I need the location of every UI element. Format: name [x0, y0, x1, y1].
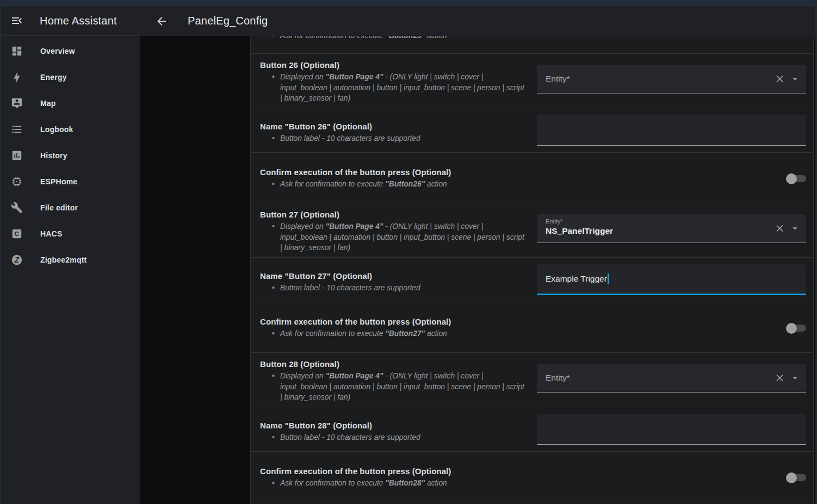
row-description: Ask for confirmation to execute "Button2…	[280, 478, 526, 489]
tooltip-account-icon	[11, 97, 23, 109]
row-title: Name "Button 27" (Optional)	[260, 271, 537, 281]
entity-placeholder: Entity*	[546, 373, 570, 383]
back-arrow-icon[interactable]	[155, 15, 168, 28]
entity-picker-button-26[interactable]: Entity*	[537, 65, 806, 94]
app-window: Home Assistant Overview Energy Map Logbo…	[0, 0, 817, 504]
config-form-panel: Ask for confirmation to execute "Button2…	[250, 36, 814, 504]
panel-bottom-divider	[251, 502, 813, 504]
row-description: Button label - 10 characters are support…	[280, 432, 526, 443]
row-text: Confirm execution of the button press (O…	[251, 452, 537, 502]
row-description: Displayed on "Button Page 4" - (ONLY lig…	[280, 221, 526, 253]
chip-icon	[11, 176, 23, 188]
format-list-bulleted-icon	[11, 123, 23, 135]
form-row-button-28: Button 28 (Optional) Displayed on "Butto…	[251, 352, 813, 407]
sidebar-item-label: Map	[40, 99, 56, 108]
close-icon[interactable]	[774, 73, 785, 85]
entity-value: NS_PanelTrigger	[546, 226, 613, 236]
row-control: Entity* NS_PanelTrigger	[537, 203, 813, 257]
row-description: Button label - 10 characters are support…	[280, 133, 526, 144]
text-caret	[608, 273, 609, 284]
sidebar-item-logbook[interactable]: Logbook	[1, 116, 140, 142]
row-title: Button 26 (Optional)	[260, 60, 537, 70]
name-input-button-28[interactable]	[537, 414, 806, 445]
svg-text:C: C	[15, 231, 19, 237]
view-dashboard-icon	[11, 45, 23, 57]
row-title: Button 28 (Optional)	[260, 359, 537, 369]
chevron-down-icon[interactable]	[789, 223, 801, 234]
toggle-thumb	[786, 472, 797, 483]
form-row-confirm-button-27: Confirm execution of the button press (O…	[251, 302, 813, 352]
row-control: Entity*	[537, 353, 813, 407]
form-row-confirm-button-26: Confirm execution of the button press (O…	[251, 152, 813, 203]
row-title: Confirm execution of the button press (O…	[260, 466, 537, 476]
name-input-button-27[interactable]: Example Trigger	[537, 264, 806, 295]
hacs-icon: C	[11, 228, 23, 240]
page-title: PanelEg_Config	[188, 15, 268, 27]
window-top-strip	[0, 0, 817, 6]
chart-box-icon	[11, 150, 23, 161]
entity-float-label: Entity*	[546, 218, 563, 225]
row-control	[537, 108, 813, 152]
row-description: Ask for confirmation to execute "Button2…	[280, 36, 526, 41]
row-title: Button 27 (Optional)	[260, 210, 537, 219]
row-text: Button 26 (Optional) Displayed on "Butto…	[251, 54, 537, 108]
sidebar-item-file-editor[interactable]: File editor	[1, 195, 140, 221]
row-title: Name "Button 26" (Optional)	[260, 122, 537, 131]
entity-picker-button-28[interactable]: Entity*	[537, 364, 806, 393]
input-value: Example Trigger	[546, 274, 607, 284]
toggle-thumb	[786, 323, 797, 334]
sidebar-item-zigbee2mqtt[interactable]: Z Zigbee2mqtt	[1, 247, 140, 273]
sidebar-item-label: ESPHome	[40, 177, 77, 186]
row-description: Displayed on "Button Page 4" - (ONLY lig…	[280, 72, 526, 104]
row-control	[537, 407, 813, 451]
sidebar-item-label: Zigbee2mqtt	[40, 256, 86, 264]
confirm-toggle-button-26[interactable]	[786, 172, 806, 185]
row-control	[537, 302, 813, 352]
svg-text:Z: Z	[14, 256, 20, 264]
row-text: Name "Button 28" (Optional) Button label…	[251, 407, 537, 451]
form-row-name-button-28: Name "Button 28" (Optional) Button label…	[251, 407, 813, 451]
sidebar-item-map[interactable]: Map	[1, 90, 140, 116]
sidebar-header: Home Assistant	[1, 6, 140, 36]
sidebar-item-hacs[interactable]: C HACS	[1, 221, 140, 247]
row-text: Button 27 (Optional) Displayed on "Butto…	[251, 203, 537, 257]
sidebar-item-energy[interactable]: Energy	[1, 64, 140, 90]
form-row-partial-button-25: Ask for confirmation to execute "Button2…	[251, 36, 813, 53]
app-title: Home Assistant	[40, 15, 117, 27]
name-input-button-26[interactable]	[537, 115, 806, 146]
sidebar-item-overview[interactable]: Overview	[1, 38, 140, 64]
close-icon[interactable]	[774, 223, 785, 234]
sidebar-item-label: File editor	[40, 203, 78, 212]
row-text: Name "Button 26" (Optional) Button label…	[251, 108, 537, 152]
row-text: Confirm execution of the button press (O…	[251, 153, 537, 203]
row-description: Displayed on "Button Page 4" - (ONLY lig…	[280, 371, 526, 403]
row-control: Entity*	[537, 54, 813, 108]
form-row-name-button-26: Name "Button 26" (Optional) Button label…	[251, 108, 813, 152]
row-text: Ask for confirmation to execute "Button2…	[251, 36, 813, 53]
sidebar-item-esphome[interactable]: ESPHome	[1, 169, 140, 195]
sidebar-item-label: Logbook	[40, 125, 73, 134]
close-icon[interactable]	[774, 372, 785, 384]
confirm-toggle-button-27[interactable]	[786, 322, 806, 335]
sidebar-item-label: History	[40, 151, 67, 160]
chevron-down-icon[interactable]	[789, 73, 801, 85]
entity-picker-button-27[interactable]: Entity* NS_PanelTrigger	[537, 214, 806, 243]
form-row-name-button-27: Name "Button 27" (Optional) Button label…	[251, 257, 813, 302]
sidebar-item-history[interactable]: History	[1, 142, 140, 169]
sidebar-item-label: HACS	[40, 229, 62, 238]
row-title: Confirm execution of the button press (O…	[260, 167, 537, 177]
sidebar-item-label: Energy	[40, 73, 67, 82]
row-description: Ask for confirmation to execute "Button2…	[280, 328, 526, 339]
entity-placeholder: Entity*	[546, 74, 570, 84]
row-title: Confirm execution of the button press (O…	[260, 317, 537, 326]
toggle-thumb	[786, 173, 797, 184]
row-title: Name "Button 28" (Optional)	[260, 421, 537, 430]
chevron-down-icon[interactable]	[789, 372, 801, 384]
lightning-bolt-icon	[11, 71, 23, 83]
confirm-toggle-button-28[interactable]	[786, 471, 806, 484]
menu-open-icon[interactable]	[10, 14, 23, 27]
row-description: Ask for confirmation to execute "Button2…	[280, 179, 526, 190]
page-header: PanelEg_Config	[140, 6, 817, 36]
form-row-button-26: Button 26 (Optional) Displayed on "Butto…	[251, 53, 813, 108]
sidebar-item-label: Overview	[40, 47, 75, 55]
